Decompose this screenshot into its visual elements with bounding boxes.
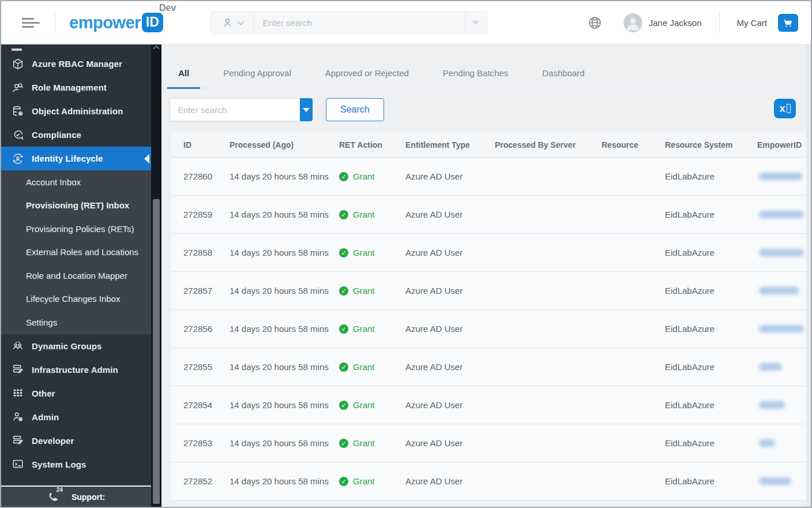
table-row[interactable]: 27285914 days 20 hours 58 mins✓GrantAzur… — [171, 196, 811, 234]
sidebar-item-provisioning-ret-inbox[interactable]: Provisioning (RET) Inbox — [1, 194, 151, 218]
sidebar-item-label: System Logs — [32, 460, 86, 469]
cell-ret-action: ✓Grant — [327, 324, 393, 334]
cell-ret-action: ✓Grant — [327, 438, 393, 448]
tab-approved-or-rejected[interactable]: Approved or Rejected — [314, 68, 420, 89]
column-header-processed-by-server[interactable]: Processed By Server — [483, 140, 589, 150]
table-row[interactable]: 27285414 days 20 hours 58 mins✓GrantAzur… — [171, 386, 811, 424]
my-cart-label[interactable]: My Cart — [737, 18, 768, 28]
sidebar-item-role-management[interactable]: Role Management — [1, 76, 151, 99]
cell-empowerid-login — [745, 401, 811, 409]
cell-id: 272852 — [171, 476, 217, 486]
column-header-empowerid[interactable]: EmpowerID — [745, 140, 811, 150]
cell-empowerid-login — [745, 173, 811, 180]
table-row[interactable]: 27286014 days 20 hours 58 mins✓GrantAzur… — [171, 158, 811, 196]
support-label: Support: — [72, 492, 105, 502]
tab-pending-batches[interactable]: Pending Batches — [432, 68, 519, 89]
column-header-resource[interactable]: Resource — [589, 140, 653, 150]
column-header-processed-ago[interactable]: Processed (Ago) — [217, 140, 327, 150]
column-header-entitlement-type[interactable]: Entitlement Type — [393, 140, 483, 150]
cell-id: 272855 — [171, 362, 217, 372]
sidebar-item-external-roles-and-locations[interactable]: External Roles and Locations — [1, 241, 151, 264]
cell-ret-action: ✓Grant — [327, 400, 393, 410]
filter-dropdown-button[interactable] — [300, 98, 313, 121]
sidebar-item-developer[interactable]: Developer — [1, 429, 151, 453]
main-scrollbar[interactable] — [806, 44, 811, 507]
search-dropdown-button[interactable] — [465, 12, 487, 33]
search-input[interactable] — [254, 12, 465, 33]
table-row[interactable]: 27285514 days 20 hours 58 mins✓GrantAzur… — [171, 348, 811, 386]
cell-empowerid-login — [745, 363, 811, 371]
sidebar-item-infrastructure-admin[interactable]: Infrastructure Admin — [1, 358, 151, 382]
table-row[interactable]: 27285214 days 20 hours 58 mins✓GrantAzur… — [171, 462, 811, 500]
search-scope-dropdown[interactable] — [211, 12, 254, 33]
filter-search-input[interactable] — [170, 98, 300, 121]
sidebar-item-object-administration[interactable]: Object Administration — [1, 99, 151, 123]
table-row[interactable]: 27285614 days 20 hours 58 mins✓GrantAzur… — [171, 310, 811, 348]
sidebar-item-compliance[interactable]: Compliance — [1, 123, 151, 147]
sidebar-item-settings[interactable]: Settings — [1, 311, 151, 334]
cell-id: 272858 — [171, 248, 217, 257]
column-header-ret-action[interactable]: RET Action — [327, 140, 393, 150]
user-avatar[interactable] — [623, 13, 642, 32]
sidebar-item-account-inbox[interactable]: Account Inbox — [1, 170, 151, 194]
person-icon — [221, 17, 234, 29]
table-row[interactable]: 27285314 days 20 hours 58 mins✓GrantAzur… — [171, 424, 811, 462]
cell-resource-system: EidLabAzure — [653, 400, 745, 410]
database-gear-icon — [12, 105, 24, 118]
redacted-login-link[interactable] — [759, 173, 803, 180]
cell-resource-system: EidLabAzure — [653, 286, 745, 296]
redacted-login-link[interactable] — [759, 325, 804, 333]
grant-check-icon: ✓ — [339, 324, 348, 334]
sidebar-item-admin[interactable]: Admin — [1, 405, 151, 429]
tab-all[interactable]: All — [167, 68, 200, 89]
excel-export-button[interactable]: X — [774, 99, 796, 118]
sidebar-item-label: Azure RBAC Manager — [32, 59, 122, 69]
grant-check-icon: ✓ — [339, 363, 348, 372]
cell-ret-action: ✓Grant — [327, 476, 393, 486]
tab-dashboard[interactable]: Dashboard — [531, 68, 595, 89]
sidebar-item-other[interactable]: Other — [1, 382, 151, 405]
table-row[interactable]: 27285714 days 20 hours 58 mins✓GrantAzur… — [171, 272, 811, 310]
cart-button[interactable] — [778, 14, 798, 32]
cell-processed-ago: 14 days 20 hours 58 mins — [217, 362, 327, 372]
tab-pending-approval[interactable]: Pending Approval — [212, 68, 302, 89]
grant-check-icon: ✓ — [339, 248, 348, 257]
sidebar-item-label: Identity Lifecycle — [32, 154, 103, 163]
globe-icon[interactable] — [587, 15, 603, 31]
sidebar-scrollbar[interactable] — [151, 44, 161, 507]
cell-entitlement-type: Azure AD User — [393, 362, 483, 372]
sidebar-scrollbar-thumb[interactable] — [153, 199, 160, 504]
redacted-login-link[interactable] — [759, 249, 804, 256]
search-button[interactable]: Search — [326, 98, 384, 121]
cell-entitlement-type: Azure AD User — [393, 171, 483, 181]
brand-logo[interactable]: empower ID — [69, 13, 163, 32]
redacted-login-link[interactable] — [759, 439, 775, 447]
sidebar-item-dynamic-groups[interactable]: Dynamic Groups — [1, 334, 151, 358]
excel-icon: X — [779, 104, 785, 114]
redacted-login-link[interactable] — [759, 211, 804, 218]
table-row[interactable]: 27285814 days 20 hours 58 mins✓GrantAzur… — [171, 234, 811, 272]
cell-entitlement-type: Azure AD User — [393, 400, 483, 410]
sidebar-item-label: Object Administration — [32, 106, 123, 116]
sidebar-item-azure-rbac-manager[interactable]: Azure RBAC Manager — [1, 52, 151, 76]
ret-action-label: Grant — [353, 171, 375, 181]
redacted-login-link[interactable] — [759, 401, 785, 409]
redacted-login-link[interactable] — [759, 287, 799, 294]
sidebar-item-provisioning-policies-rets[interactable]: Provisioning Policies (RETs) — [1, 217, 151, 241]
menu-icon[interactable] — [22, 16, 40, 30]
cell-id: 272854 — [171, 400, 217, 410]
sidebar-item-system-logs[interactable]: System Logs — [1, 453, 151, 476]
cell-ret-action: ✓Grant — [327, 286, 393, 296]
support-section[interactable]: 24 Support: — [1, 485, 151, 507]
sidebar-item-role-and-location-mapper[interactable]: Role and Location Mapper — [1, 264, 151, 287]
redacted-login-link[interactable] — [759, 477, 791, 485]
column-header-id[interactable]: ID — [171, 140, 217, 150]
chevron-down-icon — [238, 18, 244, 25]
column-header-resource-system[interactable]: Resource System — [653, 140, 745, 150]
sidebar-item-label: Developer — [32, 436, 74, 446]
redacted-login-link[interactable] — [759, 363, 782, 371]
header-divider — [719, 12, 720, 33]
scroll-up-icon[interactable] — [153, 45, 159, 51]
sidebar-item-lifecycle-changes-inbox[interactable]: Lifecycle Changes Inbox — [1, 287, 151, 311]
sidebar-item-identity-lifecycle[interactable]: Identity Lifecycle — [1, 147, 151, 170]
